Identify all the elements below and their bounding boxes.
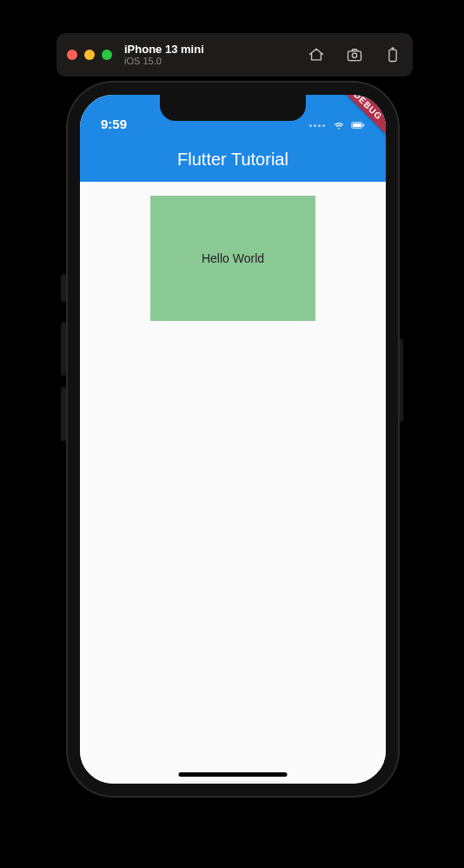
simulator-title-block: iPhone 13 mini iOS 15.0: [124, 43, 204, 66]
minimize-window-button[interactable]: [84, 50, 95, 60]
svg-rect-4: [353, 124, 361, 128]
window-controls: [67, 50, 112, 60]
zoom-window-button[interactable]: [102, 50, 112, 60]
green-container: Hello World: [150, 196, 315, 321]
screenshot-icon[interactable]: [345, 45, 364, 64]
mute-switch[interactable]: [61, 274, 66, 302]
app-body: Hello World: [80, 182, 386, 784]
battery-icon: [351, 119, 365, 131]
home-icon[interactable]: [307, 45, 326, 64]
svg-rect-5: [363, 124, 364, 127]
app-bar: Flutter Tutorial: [80, 137, 386, 182]
app-bar-title: Flutter Tutorial: [177, 150, 288, 170]
svg-point-1: [352, 53, 356, 57]
hello-world-text: Hello World: [202, 251, 264, 265]
cellular-icon: [309, 124, 325, 127]
wifi-icon: [332, 119, 346, 131]
status-time: 9:59: [101, 117, 127, 131]
home-indicator[interactable]: [179, 772, 288, 777]
svg-rect-0: [348, 51, 361, 61]
rotate-icon[interactable]: [383, 45, 402, 64]
volume-down-button[interactable]: [61, 387, 66, 441]
status-icons: [309, 119, 365, 131]
simulator-device-name: iPhone 13 mini: [124, 43, 204, 56]
notch: [160, 95, 306, 121]
device-frame: DEBUG 9:59 Flutter Tutorial Hello World: [68, 83, 398, 796]
simulator-toolbar: [307, 45, 402, 64]
close-window-button[interactable]: [67, 50, 77, 60]
volume-up-button[interactable]: [61, 322, 66, 376]
svg-rect-2: [389, 50, 396, 61]
simulator-os-version: iOS 15.0: [124, 56, 204, 66]
power-button[interactable]: [398, 339, 403, 422]
simulator-titlebar: iPhone 13 mini iOS 15.0: [56, 33, 413, 77]
